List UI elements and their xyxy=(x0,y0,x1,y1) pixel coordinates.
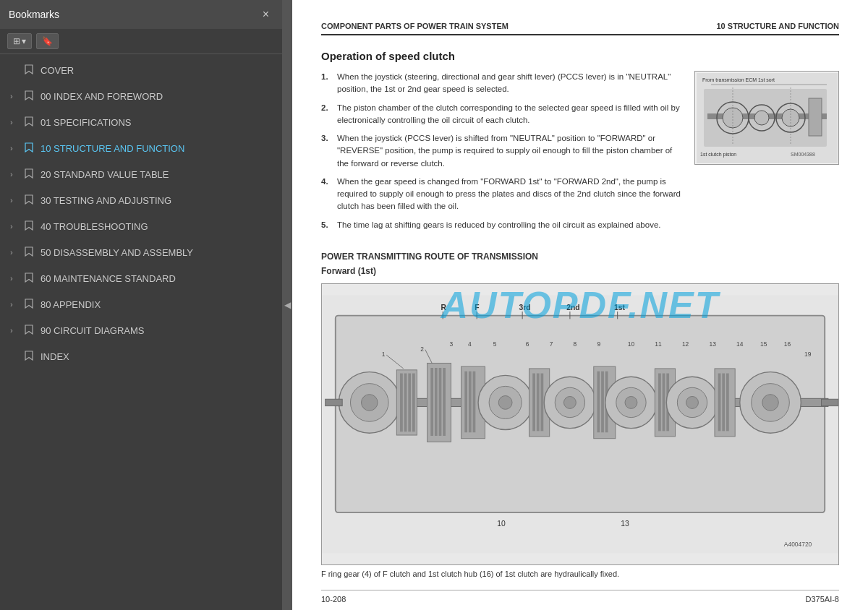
forward-subtitle: Forward (1st) xyxy=(321,266,839,276)
bookmark-list: COVER›00 INDEX AND FOREWORD›01 SPECIFICA… xyxy=(0,54,282,610)
svg-point-8 xyxy=(754,111,769,125)
svg-rect-58 xyxy=(601,371,604,432)
svg-text:13: 13 xyxy=(621,520,629,528)
sidebar-item-40[interactable]: ›40 TROUBLESHOOTING xyxy=(0,213,282,239)
svg-text:6: 6 xyxy=(526,340,529,348)
footer-left: 10-208 xyxy=(321,595,346,603)
svg-text:3rd: 3rd xyxy=(519,304,530,312)
expand-arrow-icon: › xyxy=(10,300,20,309)
bookmark-flag-icon xyxy=(25,325,36,337)
svg-text:12: 12 xyxy=(682,340,689,348)
list-item-number: 5. xyxy=(321,219,331,231)
bookmark-item-label: 60 MAINTENANCE STANDARD xyxy=(41,273,275,284)
sidebar-item-10[interactable]: ›10 STRUCTURE AND FUNCTION xyxy=(0,135,282,161)
bookmark-item-label: 00 INDEX AND FOREWORD xyxy=(41,91,275,102)
svg-text:2: 2 xyxy=(420,345,424,352)
bookmark-item-label: 30 TESTING AND ADJUSTING xyxy=(41,195,275,206)
svg-text:2nd: 2nd xyxy=(566,304,579,312)
expand-arrow-icon: › xyxy=(10,274,20,283)
power-section-title: POWER TRANSMITTING ROUTE OF TRANSMISSION xyxy=(321,252,839,262)
page-header: COMPONENT PARTS OF POWER TRAIN SYSTEM 10… xyxy=(321,22,839,35)
operation-title: Operation of speed clutch xyxy=(321,50,839,62)
bookmark-item-label: 50 DISASSEMBLY AND ASSEMBLY xyxy=(41,247,275,258)
sidebar-item-01[interactable]: ›01 SPECIFICATIONS xyxy=(0,109,282,135)
svg-rect-78 xyxy=(822,399,838,405)
list-item: 5.The time lag at shifting gears is redu… xyxy=(321,219,683,231)
content-with-image: 1.When the joystick (steering, direction… xyxy=(321,71,839,241)
bookmark-item-label: 20 STANDARD VALUE TABLE xyxy=(41,169,275,180)
svg-text:10: 10 xyxy=(628,340,635,348)
expand-arrow-icon: › xyxy=(10,92,20,100)
bookmark-view-button[interactable]: 🔖 xyxy=(36,33,59,49)
list-item: 4.When the gear speed is changed from "F… xyxy=(321,176,683,213)
bookmark-flag-icon xyxy=(25,90,36,103)
expand-arrow-icon: › xyxy=(10,144,20,152)
svg-rect-34 xyxy=(404,373,407,431)
svg-rect-51 xyxy=(537,373,540,431)
expand-arrow-icon: › xyxy=(10,326,20,335)
large-diagram: R F 3rd 2nd 1st xyxy=(321,283,839,565)
sidebar-item-30[interactable]: ›30 TESTING AND ADJUSTING xyxy=(0,187,282,213)
list-item-text: When the gear speed is changed from "FOR… xyxy=(337,176,683,213)
bookmark-item-label: COVER xyxy=(41,65,275,76)
bookmark-flag-icon xyxy=(25,272,36,285)
svg-text:16: 16 xyxy=(784,340,791,348)
svg-text:1st: 1st xyxy=(614,304,625,312)
list-item: 1.When the joystick (steering, direction… xyxy=(321,71,683,96)
svg-rect-43 xyxy=(464,371,467,432)
sidebar-item-90[interactable]: ›90 CIRCUIT DIAGRAMS xyxy=(0,317,282,343)
sidebar-item-20[interactable]: ›20 STANDARD VALUE TABLE xyxy=(0,161,282,187)
svg-rect-64 xyxy=(658,373,661,431)
main-content: AUTOPDF.NET COMPONENT PARTS OF POWER TRA… xyxy=(292,0,868,610)
svg-text:5: 5 xyxy=(493,340,497,348)
svg-rect-40 xyxy=(439,368,442,436)
svg-text:14: 14 xyxy=(736,340,744,348)
bookmark-icon: 🔖 xyxy=(42,36,53,46)
page-footer: 10-208 D375AI-8 xyxy=(321,590,839,603)
svg-rect-50 xyxy=(532,373,535,431)
expand-icon: ⊞ xyxy=(13,36,20,46)
bookmark-item-label: 80 APPENDIX xyxy=(41,299,275,310)
expand-arrow-icon: › xyxy=(10,118,20,126)
sidebar-item-60[interactable]: ›60 MAINTENANCE STANDARD xyxy=(0,265,282,291)
svg-text:7: 7 xyxy=(550,340,553,348)
header-left: COMPONENT PARTS OF POWER TRAIN SYSTEM xyxy=(321,22,509,30)
svg-text:SM004388: SM004388 xyxy=(791,152,815,157)
list-item-number: 3. xyxy=(321,132,331,170)
sidebar-item-index[interactable]: INDEX xyxy=(0,343,282,369)
svg-text:15: 15 xyxy=(760,340,767,348)
bookmark-item-label: 10 STRUCTURE AND FUNCTION xyxy=(41,143,275,154)
bookmark-flag-icon xyxy=(25,64,36,77)
sidebar-item-00[interactable]: ›00 INDEX AND FOREWORD xyxy=(0,83,282,109)
svg-rect-57 xyxy=(597,371,600,432)
bookmark-flag-icon xyxy=(25,351,36,363)
list-item-number: 2. xyxy=(321,102,331,127)
svg-text:3: 3 xyxy=(450,340,454,348)
svg-rect-39 xyxy=(435,368,438,436)
list-item-text: The time lag at shifting gears is reduce… xyxy=(337,219,660,231)
sidebar-title: Bookmarks xyxy=(9,9,59,20)
svg-rect-77 xyxy=(326,399,342,405)
bookmark-item-label: 90 CIRCUIT DIAGRAMS xyxy=(41,325,275,336)
collapse-icon: ◀ xyxy=(284,300,291,310)
sidebar-item-cover[interactable]: COVER xyxy=(0,57,282,83)
expand-arrow-icon: › xyxy=(10,222,20,231)
expand-arrow-icon: › xyxy=(10,248,20,257)
collapse-handle[interactable]: ◀ xyxy=(282,0,292,610)
list-item-text: When the joystick (steering, directional… xyxy=(337,71,683,96)
sidebar-item-50[interactable]: ›50 DISASSEMBLY AND ASSEMBLY xyxy=(0,239,282,265)
bookmark-item-label: 40 TROUBLESHOOTING xyxy=(41,221,275,232)
sidebar-item-80[interactable]: ›80 APPENDIX xyxy=(0,291,282,317)
svg-text:1: 1 xyxy=(382,351,386,358)
list-item-number: 1. xyxy=(321,71,331,96)
bookmark-flag-icon xyxy=(25,298,36,311)
header-right: 10 STRUCTURE AND FUNCTION xyxy=(717,22,840,30)
close-button[interactable]: × xyxy=(258,7,273,22)
svg-point-48 xyxy=(498,395,512,409)
svg-rect-35 xyxy=(408,373,411,431)
expand-button[interactable]: ⊞ ▾ xyxy=(7,33,32,49)
diagram-caption: F ring gear (4) of F clutch and 1st clut… xyxy=(321,570,839,578)
svg-text:A4004720: A4004720 xyxy=(784,541,812,548)
svg-text:From transmission ECM 1st sort: From transmission ECM 1st sort xyxy=(702,77,775,82)
svg-point-55 xyxy=(563,396,576,408)
